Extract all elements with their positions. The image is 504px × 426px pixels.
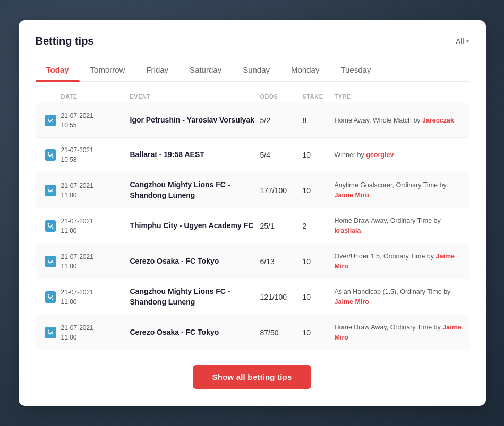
row-icon [40, 149, 61, 161]
date-cell: 21-07-202111:00 [61, 323, 130, 342]
author-name: Jaime Miro [335, 192, 369, 199]
odds-cell: 87/50 [260, 328, 303, 337]
tab-tuesday[interactable]: Tuesday [330, 60, 381, 81]
event-cell: Cangzhou Mighty Lions FC - Shandong Lune… [130, 180, 260, 201]
event-cell: Cerezo Osaka - FC Tokyo [130, 327, 260, 338]
card-title: Betting tips [36, 35, 94, 47]
type-cell: Winner by georgiev [335, 150, 465, 160]
svg-rect-5 [45, 291, 56, 303]
author-name: Jarecczak [422, 117, 454, 124]
row-icon [40, 291, 61, 303]
tabs-bar: Today Tomorrow Friday Saturday Sunday Mo… [36, 60, 469, 82]
svg-rect-3 [45, 220, 56, 232]
row-icon [40, 220, 61, 232]
type-cell: Anytime Goalscorer, Ordinary Time by Jai… [335, 180, 465, 201]
author-name: Jaime Miro [335, 253, 455, 270]
table-row: 21-07-202111:00 Cerezo Osaka - FC Tokyo … [36, 315, 469, 350]
date-cell: 21-07-202110:58 [61, 145, 130, 164]
odds-cell: 177/100 [260, 186, 303, 195]
date-cell: 21-07-202111:00 [61, 181, 130, 200]
date-cell: 21-07-202111:00 [61, 252, 130, 271]
table-row: 21-07-202111:00 Cangzhou Mighty Lions FC… [36, 279, 469, 315]
stake-cell: 10 [303, 151, 335, 159]
col-stake: STAKE [303, 93, 335, 100]
table-row: 21-07-202110:55 Igor Petrushin - Yarosla… [36, 103, 469, 137]
date-cell: 21-07-202111:00 [61, 288, 130, 307]
stake-cell: 8 [303, 116, 335, 125]
tab-friday[interactable]: Friday [135, 60, 179, 81]
stake-cell: 10 [303, 328, 335, 337]
type-cell: Home Draw Away, Ordinary Time by krasila… [335, 216, 465, 236]
author-name: Jaime Miro [335, 324, 462, 341]
odds-cell: 5/4 [260, 151, 303, 159]
stake-cell: 10 [303, 257, 335, 266]
svg-rect-2 [45, 185, 56, 196]
row-icon [40, 327, 61, 338]
odds-cell: 6/13 [260, 257, 303, 266]
event-cell: Ballarat - 19:58 AEST [130, 150, 260, 160]
table-header: DATE EVENT ODDS STAKE TYPE [36, 90, 469, 103]
show-all-betting-tips-button[interactable]: Show all betting tips [193, 365, 311, 389]
tab-monday[interactable]: Monday [280, 60, 330, 81]
show-button-wrapper: Show all betting tips [36, 365, 469, 389]
type-cell: Home Away, Whole Match by Jarecczak [335, 116, 465, 126]
odds-cell: 121/100 [260, 293, 303, 301]
chevron-down-icon: ▾ [466, 38, 469, 44]
table-row: 21-07-202111:00 Cerezo Osaka - FC Tokyo … [36, 244, 469, 279]
author-name: Jaime Miro [335, 298, 369, 306]
svg-rect-4 [45, 256, 56, 267]
row-icon [40, 115, 61, 126]
type-cell: Asian Handicap (1.5), Ordinary Time by J… [335, 287, 465, 307]
event-cell: Cerezo Osaka - FC Tokyo [130, 256, 260, 267]
type-cell: Over/Under 1.5, Ordinary Time by Jaime M… [335, 251, 465, 272]
filter-dropdown[interactable]: All ▾ [456, 37, 469, 46]
col-event: EVENT [130, 93, 260, 100]
date-cell: 21-07-202110:55 [61, 111, 130, 130]
type-cell: Home Draw Away, Ordinary Time by Jaime M… [335, 323, 465, 343]
row-icon [40, 185, 61, 196]
table-row: 21-07-202111:00 Thimphu City - Ugyen Aca… [36, 208, 469, 244]
tab-saturday[interactable]: Saturday [179, 60, 232, 81]
date-cell: 21-07-202111:00 [61, 216, 130, 236]
event-cell: Igor Petrushin - Yaroslav Vorsulyak [130, 115, 260, 126]
event-cell: Cangzhou Mighty Lions FC - Shandong Lune… [130, 286, 260, 307]
col-date: DATE [61, 93, 130, 100]
table-row: 21-07-202110:58 Ballarat - 19:58 AEST 5/… [36, 137, 469, 172]
stake-cell: 2 [303, 222, 335, 230]
filter-label: All [456, 37, 464, 46]
svg-rect-0 [45, 115, 56, 126]
row-icon [40, 256, 61, 267]
svg-rect-6 [45, 327, 56, 338]
author-name: krasilala [335, 227, 361, 234]
tab-sunday[interactable]: Sunday [232, 60, 280, 81]
col-odds: ODDS [260, 93, 303, 100]
event-cell: Thimphu City - Ugyen Academy FC [130, 221, 260, 231]
tab-today[interactable]: Today [36, 60, 80, 81]
table-body: 21-07-202110:55 Igor Petrushin - Yarosla… [36, 103, 469, 350]
stake-cell: 10 [303, 186, 335, 195]
stake-cell: 10 [303, 293, 335, 301]
betting-tips-card: Betting tips All ▾ Today Tomorrow Friday… [19, 20, 486, 406]
odds-cell: 5/2 [260, 116, 303, 125]
tab-tomorrow[interactable]: Tomorrow [80, 60, 136, 81]
col-type: TYPE [335, 93, 465, 100]
svg-rect-1 [45, 149, 56, 161]
card-header: Betting tips All ▾ [36, 35, 469, 47]
table-row: 21-07-202111:00 Cangzhou Mighty Lions FC… [36, 172, 469, 208]
author-name: georgiev [366, 151, 394, 159]
odds-cell: 25/1 [260, 222, 303, 230]
